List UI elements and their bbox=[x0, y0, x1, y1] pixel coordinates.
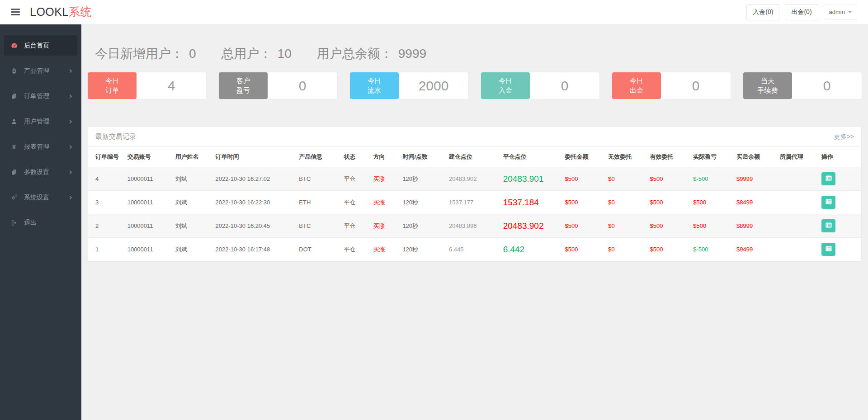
sidebar-item-reports[interactable]: ¥报表管理 bbox=[4, 137, 77, 157]
table-cell: $500 bbox=[646, 167, 690, 191]
table-cell: $0 bbox=[604, 167, 646, 191]
sidebar-item-label: 用户管理 bbox=[24, 118, 49, 126]
table-cell bbox=[776, 238, 818, 261]
sidebar-item-system[interactable]: 系统设置 bbox=[4, 187, 77, 208]
table-cell: 2 bbox=[88, 214, 124, 238]
table-cell: $0 bbox=[604, 238, 646, 261]
stat-card-today-fee: 当天 手续费0 bbox=[743, 72, 862, 99]
chevron-right-icon bbox=[68, 69, 72, 72]
logo-text: LOOKL bbox=[30, 5, 69, 18]
yen-icon: ¥ bbox=[10, 143, 18, 150]
list-icon bbox=[825, 222, 832, 230]
stat-cards: 今日 订单4客户 盈亏0今日 流水2000今日 入金0今日 出金0当天 手续费0 bbox=[88, 72, 862, 99]
table-cell: 2022-10-30 16:17:48 bbox=[212, 238, 296, 261]
table-cell: $500 bbox=[646, 238, 690, 261]
card-value: 4 bbox=[137, 72, 206, 99]
card-label: 今日 出金 bbox=[612, 72, 661, 99]
column-header: 方向 bbox=[369, 147, 399, 167]
card-value: 0 bbox=[268, 72, 337, 99]
table-cell: 20483.902 bbox=[445, 167, 500, 191]
view-order-button[interactable] bbox=[821, 196, 835, 209]
column-header: 用户姓名 bbox=[172, 147, 212, 167]
stat-card-today-flow: 今日 流水2000 bbox=[350, 72, 468, 99]
table-cell bbox=[776, 167, 818, 191]
stat-value: 9999 bbox=[398, 47, 426, 61]
card-value: 2000 bbox=[399, 72, 468, 99]
menu-toggle-icon[interactable] bbox=[9, 7, 22, 17]
chevron-right-icon bbox=[68, 195, 72, 199]
table-cell: ETH bbox=[295, 191, 340, 214]
action-cell bbox=[818, 167, 861, 191]
card-label: 今日 入金 bbox=[481, 72, 530, 99]
table-cell bbox=[776, 214, 818, 238]
copy-icon bbox=[10, 169, 18, 175]
table-cell: 120秒 bbox=[399, 167, 445, 191]
table-cell: $500 bbox=[689, 191, 733, 214]
withdraw-button[interactable]: 出金(0) bbox=[785, 4, 818, 20]
table-cell: $-500 bbox=[689, 167, 733, 191]
stat-total-users: 总用户：10 bbox=[222, 45, 292, 62]
summary-stats: 今日新增用户：0总用户：10用户总余额：9999 bbox=[95, 45, 862, 62]
table-cell: 120秒 bbox=[399, 191, 445, 214]
table-cell: $500 bbox=[561, 191, 604, 214]
sidebar-item-users[interactable]: 用户管理 bbox=[4, 111, 77, 132]
card-label: 客户 盈亏 bbox=[219, 72, 268, 99]
table-cell: 买涨 bbox=[369, 238, 399, 261]
sidebar-item-label: 退出 bbox=[24, 219, 37, 227]
stat-label: 总用户： bbox=[222, 45, 272, 62]
table-cell: 4 bbox=[88, 167, 124, 191]
sidebar-item-label: 产品管理 bbox=[24, 67, 49, 75]
table-cell: 平仓 bbox=[340, 191, 369, 214]
card-value: 0 bbox=[792, 72, 862, 99]
column-header: 时间/点数 bbox=[399, 147, 445, 167]
trades-table: 订单编号交易账号用户姓名订单时间产品信息状态方向时间/点数建仓点位平仓点位委托金… bbox=[88, 147, 861, 261]
table-cell: 2022-10-30 16:20:45 bbox=[212, 214, 296, 238]
table-cell: $-500 bbox=[689, 238, 733, 261]
deposit-button[interactable]: 入金(0) bbox=[746, 4, 779, 20]
card-value: 0 bbox=[530, 72, 599, 99]
view-order-button[interactable] bbox=[821, 219, 835, 232]
column-header: 产品信息 bbox=[295, 147, 340, 167]
table-row: 210000011刘斌2022-10-30 16:20:45BTC平仓买涨120… bbox=[88, 214, 861, 238]
sidebar-item-home[interactable]: 后台首页 bbox=[4, 35, 77, 56]
table-cell: 120秒 bbox=[399, 214, 445, 238]
card-value: 0 bbox=[661, 72, 731, 99]
column-header: 买后余额 bbox=[733, 147, 776, 167]
table-cell: 买涨 bbox=[369, 191, 399, 214]
stat-card-today-deposit: 今日 入金0 bbox=[481, 72, 599, 99]
table-cell: $500 bbox=[561, 214, 604, 238]
table-cell: $500 bbox=[646, 191, 690, 214]
stat-new-users-today: 今日新增用户：0 bbox=[95, 45, 196, 62]
table-cell: $8499 bbox=[733, 191, 776, 214]
logo-text-red: 系统 bbox=[69, 5, 92, 18]
sidebar-item-label: 后台首页 bbox=[24, 42, 49, 50]
chevron-right-icon bbox=[68, 94, 72, 98]
stat-card-today-orders: 今日 订单4 bbox=[88, 72, 206, 99]
sidebar-item-params[interactable]: 参数设置 bbox=[4, 162, 77, 182]
sidebar-item-logout[interactable]: 退出 bbox=[4, 212, 77, 233]
stat-label: 今日新增用户： bbox=[95, 45, 184, 62]
user-menu[interactable]: admin bbox=[824, 4, 857, 20]
signout-icon bbox=[10, 220, 18, 226]
sidebar-item-label: 报表管理 bbox=[24, 143, 49, 151]
more-link[interactable]: 更多>> bbox=[834, 133, 854, 141]
sidebar-item-orders[interactable]: 订单管理 bbox=[4, 86, 77, 106]
table-cell: $9499 bbox=[733, 238, 776, 261]
column-header: 有效委托 bbox=[646, 147, 690, 167]
column-header: 实际盈亏 bbox=[689, 147, 733, 167]
table-cell: DOT bbox=[295, 238, 340, 261]
sidebar-item-label: 参数设置 bbox=[24, 168, 49, 176]
view-order-button[interactable] bbox=[821, 243, 835, 256]
table-cell: 6.445 bbox=[445, 238, 500, 261]
action-cell bbox=[818, 191, 861, 214]
table-cell: 20483.896 bbox=[445, 214, 500, 238]
view-order-button[interactable] bbox=[821, 172, 835, 185]
table-row: 310000011刘斌2022-10-30 16:22:30ETH平仓买涨120… bbox=[88, 191, 861, 214]
sidebar-item-products[interactable]: B产品管理 bbox=[4, 61, 77, 81]
action-cell bbox=[818, 214, 861, 238]
column-header: 状态 bbox=[340, 147, 369, 167]
action-cell bbox=[818, 238, 861, 261]
table-cell: 2022-10-30 16:22:30 bbox=[212, 191, 296, 214]
column-header: 平仓点位 bbox=[500, 147, 561, 167]
column-header: 订单时间 bbox=[212, 147, 296, 167]
